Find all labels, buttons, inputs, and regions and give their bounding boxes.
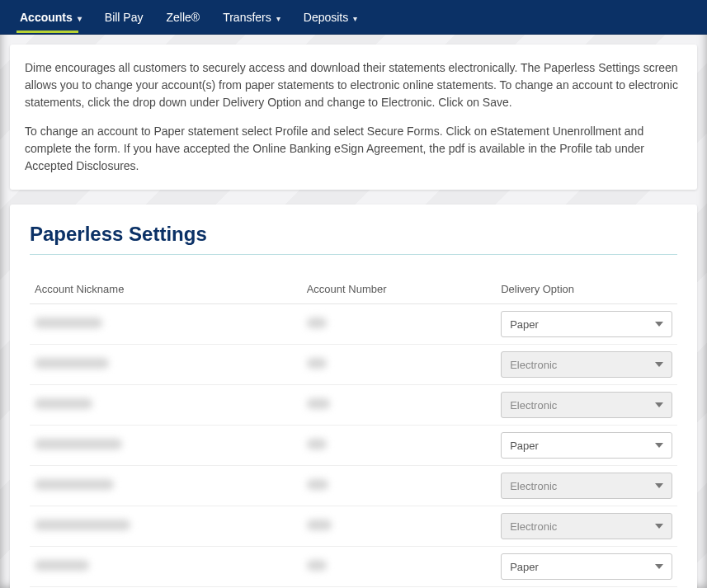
- account-nickname-redacted: [35, 520, 130, 530]
- delivery-option-select[interactable]: PaperElectronic: [501, 432, 672, 459]
- account-nickname-redacted: [35, 398, 92, 409]
- delivery-option-select[interactable]: PaperElectronic: [501, 473, 672, 499]
- col-header-nickname: Account Nickname: [30, 276, 302, 304]
- page-title: Paperless Settings: [30, 223, 677, 255]
- nav-zelle-label: Zelle®: [166, 11, 200, 24]
- nav-deposits[interactable]: Deposits ▾: [292, 2, 369, 32]
- table-row: PaperElectronic: [30, 385, 677, 426]
- accounts-table: Account Nickname Account Number Delivery…: [30, 276, 677, 587]
- account-number-redacted: [307, 560, 327, 571]
- nav-zelle[interactable]: Zelle®: [154, 2, 211, 32]
- table-row: PaperElectronic: [30, 506, 677, 547]
- intro-panel: Dime encourages all customers to securel…: [10, 45, 697, 190]
- intro-paragraph-1: Dime encourages all customers to securel…: [25, 59, 682, 111]
- nav-transfers-label: Transfers: [223, 11, 271, 24]
- account-nickname-redacted: [35, 358, 109, 369]
- nav-bill-pay[interactable]: Bill Pay: [93, 2, 155, 32]
- account-number-redacted: [307, 358, 327, 369]
- account-number-redacted: [307, 318, 327, 328]
- nav-deposits-label: Deposits: [304, 11, 348, 24]
- nav-accounts-label: Accounts: [20, 11, 73, 24]
- delivery-option-select[interactable]: PaperElectronic: [501, 392, 672, 418]
- table-row: PaperElectronic: [30, 345, 677, 385]
- main-nav: Accounts ▾ Bill Pay Zelle® Transfers ▾ D…: [0, 0, 707, 35]
- account-number-redacted: [307, 439, 327, 449]
- account-number-redacted: [307, 479, 328, 490]
- paperless-card: Paperless Settings Account Nickname Acco…: [10, 205, 697, 588]
- col-header-number: Account Number: [302, 276, 497, 304]
- delivery-option-select[interactable]: PaperElectronic: [501, 351, 672, 378]
- col-header-delivery: Delivery Option: [496, 276, 677, 304]
- intro-paragraph-2: To change an account to Paper statement …: [25, 123, 682, 175]
- account-number-redacted: [307, 520, 332, 530]
- account-number-redacted: [307, 398, 330, 409]
- delivery-option-select[interactable]: PaperElectronic: [501, 513, 672, 539]
- account-nickname-redacted: [35, 560, 89, 571]
- nav-transfers[interactable]: Transfers ▾: [211, 2, 292, 32]
- delivery-option-select[interactable]: PaperElectronic: [501, 311, 672, 337]
- account-nickname-redacted: [35, 318, 102, 328]
- table-row: PaperElectronic: [30, 426, 677, 466]
- account-nickname-redacted: [35, 439, 122, 449]
- nav-bill-pay-label: Bill Pay: [105, 11, 144, 24]
- table-row: PaperElectronic: [30, 304, 677, 345]
- table-row: PaperElectronic: [30, 466, 677, 506]
- chevron-down-icon: ▾: [276, 14, 280, 23]
- chevron-down-icon: ▾: [353, 14, 357, 23]
- table-row: PaperElectronic: [30, 547, 677, 587]
- delivery-option-select[interactable]: PaperElectronic: [501, 553, 672, 580]
- chevron-down-icon: ▾: [78, 14, 82, 23]
- account-nickname-redacted: [35, 479, 114, 490]
- nav-accounts[interactable]: Accounts ▾: [8, 2, 93, 32]
